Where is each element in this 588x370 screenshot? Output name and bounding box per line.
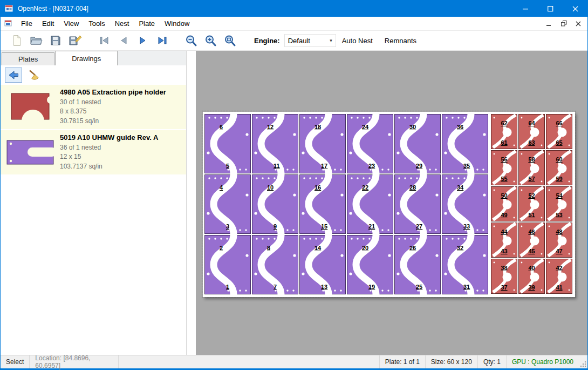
part-number[interactable]: 11 — [274, 163, 280, 169]
tab-plates[interactable]: Plates — [2, 52, 54, 65]
nested-part-pair[interactable]: 18 17 — [299, 114, 346, 173]
minimize-button[interactable] — [513, 1, 538, 17]
nested-part-pair[interactable]: 10 9 — [252, 174, 298, 234]
part-number[interactable]: 34 — [457, 184, 463, 191]
part-number[interactable]: 58 — [528, 156, 535, 163]
part-number[interactable]: 50 — [501, 192, 507, 199]
save-as-button[interactable] — [65, 32, 85, 49]
part-number[interactable]: 55 — [501, 176, 507, 182]
nested-part-pair[interactable]: 60 59 — [546, 150, 572, 185]
nested-part-pair[interactable]: 2 1 — [204, 235, 251, 294]
new-document-button[interactable] — [7, 32, 26, 49]
import-drawing-button[interactable] — [5, 68, 22, 83]
plate[interactable]: 6 5 12 11 18 17 — [203, 112, 575, 297]
part-number[interactable]: 14 — [314, 245, 321, 251]
maximize-button[interactable] — [538, 1, 563, 17]
menu-item-window[interactable]: Window — [160, 17, 194, 30]
nested-part-pair[interactable]: 28 27 — [394, 174, 441, 234]
part-number[interactable]: 26 — [409, 245, 416, 251]
part-number[interactable]: 28 — [409, 184, 416, 191]
next-plate-button[interactable] — [133, 32, 153, 49]
part-number[interactable]: 24 — [362, 124, 368, 130]
part-number[interactable]: 40 — [528, 265, 535, 271]
nested-part-pair[interactable]: 24 23 — [347, 114, 393, 173]
part-number[interactable]: 39 — [528, 284, 535, 291]
part-number[interactable]: 54 — [556, 192, 562, 199]
part-number[interactable]: 52 — [528, 192, 535, 199]
part-number[interactable]: 42 — [556, 265, 562, 271]
part-number[interactable]: 7 — [274, 284, 277, 290]
part-number[interactable]: 62 — [501, 120, 507, 126]
nested-part-pair[interactable]: 66 65 — [546, 114, 572, 149]
zoom-out-button[interactable] — [182, 32, 201, 49]
nested-part-pair[interactable]: 38 37 — [491, 259, 517, 294]
nested-part-pair[interactable]: 58 57 — [518, 150, 545, 185]
clean-button[interactable] — [26, 68, 43, 83]
mdi-restore-button[interactable] — [557, 18, 570, 29]
nested-part-pair[interactable]: 22 21 — [347, 174, 393, 234]
nested-part-pair[interactable]: 42 41 — [546, 259, 572, 294]
save-button[interactable] — [46, 32, 65, 49]
part-number[interactable]: 51 — [528, 212, 535, 218]
part-number[interactable]: 46 — [528, 228, 535, 235]
drawing-item[interactable]: 4980 A05 Extraction pipe holder 30 of 1 … — [1, 85, 186, 129]
nested-part-pair[interactable]: 52 51 — [518, 186, 545, 221]
part-number[interactable]: 19 — [368, 284, 375, 290]
menu-item-edit[interactable]: Edit — [37, 17, 59, 30]
nested-part-pair[interactable]: 4 3 — [204, 174, 251, 234]
open-button[interactable] — [26, 32, 46, 49]
tab-drawings[interactable]: Drawings — [55, 51, 118, 65]
part-number[interactable]: 48 — [556, 228, 562, 235]
part-number[interactable]: 17 — [321, 163, 327, 169]
nested-part-pair[interactable]: 34 33 — [442, 174, 488, 234]
nested-part-pair[interactable]: 26 25 — [394, 235, 441, 294]
part-number[interactable]: 2 — [220, 245, 223, 251]
part-number[interactable]: 3 — [226, 223, 229, 230]
mdi-minimize-button[interactable] — [543, 18, 556, 29]
zoom-fit-button[interactable] — [221, 32, 240, 49]
zoom-in-button[interactable] — [201, 32, 221, 49]
drawing-item[interactable]: 5019 A10 UHMW guide Rev. A 36 of 1 neste… — [1, 130, 186, 174]
part-number[interactable]: 49 — [501, 212, 507, 218]
last-plate-button[interactable] — [153, 32, 172, 49]
part-number[interactable]: 12 — [267, 124, 274, 130]
panel-splitter[interactable] — [187, 51, 196, 355]
nested-part-pair[interactable]: 56 55 — [491, 150, 517, 185]
part-number[interactable]: 38 — [501, 265, 507, 271]
part-number[interactable]: 25 — [416, 284, 422, 290]
nested-part-pair[interactable]: 14 13 — [299, 235, 346, 294]
part-number[interactable]: 33 — [463, 223, 470, 230]
nested-part-pair[interactable]: 44 43 — [491, 223, 517, 258]
part-number[interactable]: 43 — [501, 248, 507, 254]
nested-part-pair[interactable]: 30 29 — [394, 114, 441, 173]
part-number[interactable]: 30 — [409, 124, 416, 130]
mdi-system-icon[interactable] — [4, 19, 12, 28]
nested-part-pair[interactable]: 40 39 — [518, 259, 545, 294]
part-number[interactable]: 10 — [267, 184, 274, 191]
part-number[interactable]: 64 — [528, 120, 535, 126]
close-button[interactable] — [563, 1, 587, 17]
part-number[interactable]: 21 — [368, 223, 375, 230]
part-number[interactable]: 15 — [321, 223, 327, 230]
engine-select[interactable]: Default ▾ — [284, 34, 336, 47]
nest-canvas[interactable]: 6 5 12 11 18 17 — [196, 51, 587, 355]
part-number[interactable]: 31 — [463, 284, 470, 290]
part-number[interactable]: 65 — [556, 139, 562, 146]
nested-part-pair[interactable]: 48 47 — [546, 223, 572, 258]
part-number[interactable]: 27 — [416, 223, 422, 230]
resize-grip[interactable] — [579, 355, 587, 368]
part-number[interactable]: 60 — [556, 156, 562, 163]
nested-part-pair[interactable]: 62 61 — [491, 114, 517, 149]
part-number[interactable]: 6 — [220, 124, 223, 130]
nested-part-pair[interactable]: 36 35 — [442, 114, 488, 173]
menu-item-file[interactable]: File — [16, 17, 37, 30]
nested-part-pair[interactable]: 20 19 — [347, 235, 393, 294]
part-number[interactable]: 53 — [556, 212, 562, 218]
part-number[interactable]: 45 — [528, 248, 535, 254]
part-number[interactable]: 8 — [267, 245, 270, 251]
part-number[interactable]: 59 — [556, 176, 562, 182]
mdi-close-button[interactable] — [572, 18, 585, 29]
first-plate-button[interactable] — [94, 32, 114, 49]
part-number[interactable]: 5 — [226, 163, 229, 169]
part-number[interactable]: 57 — [528, 176, 535, 182]
